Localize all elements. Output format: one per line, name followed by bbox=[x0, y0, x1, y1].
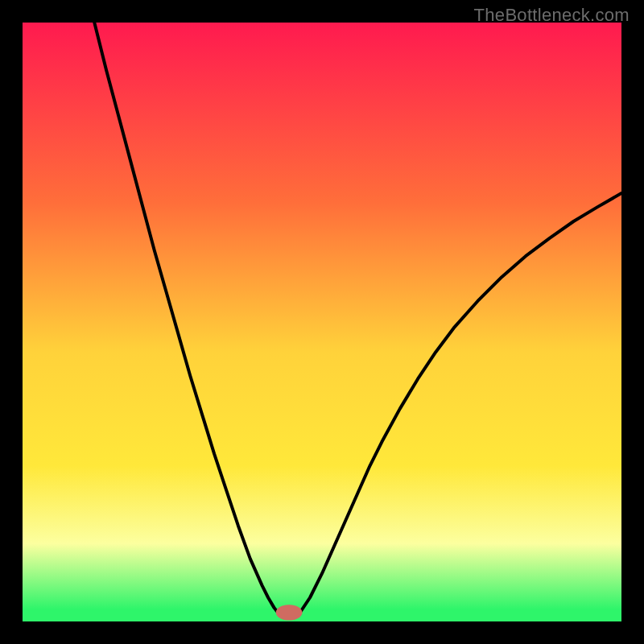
gradient-background bbox=[23, 23, 621, 621]
plot-area bbox=[23, 23, 621, 621]
chart-svg bbox=[23, 23, 621, 621]
watermark-text: TheBottleneck.com bbox=[474, 5, 630, 26]
optimal-marker bbox=[276, 605, 303, 620]
chart-frame: TheBottleneck.com bbox=[0, 0, 644, 644]
